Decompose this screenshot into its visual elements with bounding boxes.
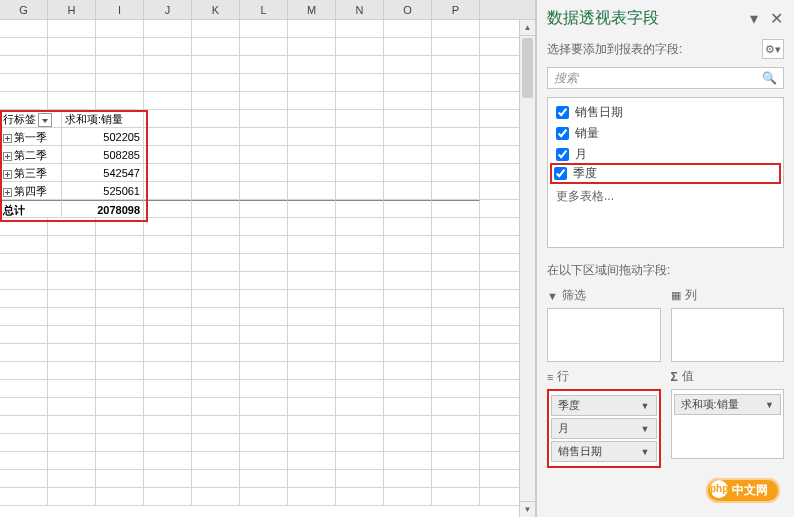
search-icon: 🔍 <box>762 71 777 85</box>
rows-area[interactable]: ≡行 季度▼ 月▼ 销售日期▼ <box>547 366 661 468</box>
chevron-down-icon[interactable]: ▼ <box>641 424 650 434</box>
col-header[interactable]: J <box>144 0 192 19</box>
col-header[interactable]: P <box>432 0 480 19</box>
filter-area[interactable]: ▼筛选 <box>547 285 661 362</box>
watermark: php 中文网 <box>706 478 780 503</box>
field-checkbox[interactable] <box>556 106 569 119</box>
col-header[interactable]: G <box>0 0 48 19</box>
pivot-value[interactable]: 508285 <box>62 146 144 163</box>
sigma-icon: Σ <box>671 370 678 384</box>
col-header[interactable]: L <box>240 0 288 19</box>
pivot-row-label[interactable]: 第四季 <box>0 182 62 199</box>
pane-title: 数据透视表字段 <box>547 8 659 29</box>
search-input[interactable]: 搜索 🔍 <box>547 67 784 89</box>
rows-tag[interactable]: 季度▼ <box>551 395 657 416</box>
col-header[interactable]: K <box>192 0 240 19</box>
pivot-row-label[interactable]: 第三季 <box>0 164 62 181</box>
pivot-value[interactable]: 502205 <box>62 128 144 145</box>
rows-icon: ≡ <box>547 371 553 383</box>
field-list[interactable]: 销售日期 销量 月 季度 更多表格... <box>547 97 784 248</box>
chevron-down-icon[interactable]: ▼ <box>641 401 650 411</box>
grid-rows[interactable]: 行标签 求和项:销量 第一季 502205 第二季 508285 第三季 542… <box>0 20 535 506</box>
pivot-row-label-header[interactable]: 行标签 <box>0 110 62 127</box>
pivot-row-label[interactable]: 第一季 <box>0 128 62 145</box>
pivot-total-label[interactable]: 总计 <box>0 200 62 217</box>
pane-dropdown-icon[interactable]: ▾ <box>746 9 762 28</box>
gear-icon[interactable]: ⚙▾ <box>762 39 784 59</box>
vertical-scrollbar[interactable]: ▲ ▼ <box>519 20 535 517</box>
filter-icon: ▼ <box>547 290 558 302</box>
columns-area[interactable]: ▦列 <box>671 285 785 362</box>
scroll-thumb[interactable] <box>522 38 533 98</box>
field-item-highlighted[interactable]: 季度 <box>550 163 781 184</box>
chevron-down-icon[interactable]: ▼ <box>765 400 774 410</box>
column-headers: G H I J K L M N O P <box>0 0 535 20</box>
close-icon[interactable]: ✕ <box>768 9 784 28</box>
pivot-field-pane: 数据透视表字段 ▾ ✕ 选择要添加到报表的字段: ⚙▾ 搜索 🔍 销售日期 销量… <box>536 0 794 517</box>
field-checkbox[interactable] <box>554 167 567 180</box>
field-checkbox[interactable] <box>556 127 569 140</box>
chevron-down-icon[interactable]: ▼ <box>641 447 650 457</box>
values-tag[interactable]: 求和项:销量▼ <box>674 394 782 415</box>
field-checkbox[interactable] <box>556 148 569 161</box>
rows-tag[interactable]: 销售日期▼ <box>551 441 657 462</box>
field-item[interactable]: 月 <box>552 144 779 165</box>
drag-instruction: 在以下区域间拖动字段: <box>537 248 794 285</box>
logo-icon: php <box>710 480 728 498</box>
pivot-value[interactable]: 542547 <box>62 164 144 181</box>
col-header[interactable]: H <box>48 0 96 19</box>
pivot-row-label[interactable]: 第二季 <box>0 146 62 163</box>
field-item[interactable]: 销售日期 <box>552 102 779 123</box>
scroll-down-icon[interactable]: ▼ <box>520 501 535 517</box>
pivot-value[interactable]: 525061 <box>62 182 144 199</box>
spreadsheet-area[interactable]: G H I J K L M N O P 行标签 求和项:销量 第一季 50220… <box>0 0 536 517</box>
rows-tag[interactable]: 月▼ <box>551 418 657 439</box>
col-header[interactable]: O <box>384 0 432 19</box>
pivot-value-header[interactable]: 求和项:销量 <box>62 110 144 127</box>
expand-icon[interactable] <box>3 170 12 179</box>
expand-icon[interactable] <box>3 134 12 143</box>
pivot-total-value[interactable]: 2078098 <box>62 200 144 217</box>
expand-icon[interactable] <box>3 152 12 161</box>
field-item[interactable]: 销量 <box>552 123 779 144</box>
pane-subtitle: 选择要添加到报表的字段: <box>547 41 682 58</box>
col-header[interactable]: M <box>288 0 336 19</box>
scroll-up-icon[interactable]: ▲ <box>520 20 535 36</box>
columns-icon: ▦ <box>671 289 681 302</box>
col-header[interactable]: I <box>96 0 144 19</box>
values-area[interactable]: Σ值 求和项:销量▼ <box>671 366 785 468</box>
dropdown-icon[interactable] <box>38 113 52 127</box>
search-placeholder: 搜索 <box>554 70 578 87</box>
col-header[interactable]: N <box>336 0 384 19</box>
more-tables-link[interactable]: 更多表格... <box>552 182 779 207</box>
expand-icon[interactable] <box>3 188 12 197</box>
